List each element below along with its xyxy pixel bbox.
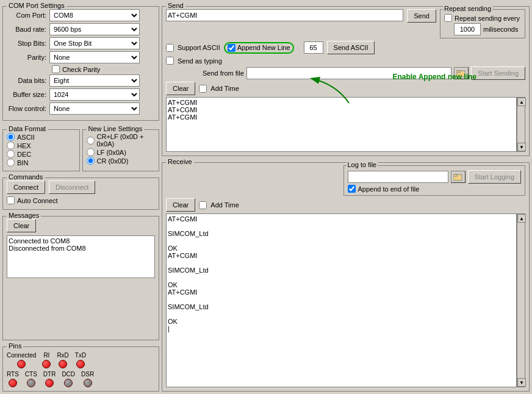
pin-dtr-led xyxy=(45,379,54,387)
recv-line10: OK xyxy=(168,281,515,288)
format-dec-radio[interactable] xyxy=(7,150,15,158)
pin-dtr: DTR xyxy=(43,371,56,387)
send-command-input[interactable] xyxy=(166,9,403,21)
baud-rate-select[interactable]: 9600 bps xyxy=(49,23,140,35)
newline-lf-row: LF (0x0A) xyxy=(87,148,156,156)
send-scroll-thumb[interactable] xyxy=(517,106,525,143)
recv-line4 xyxy=(168,237,515,245)
stop-bits-select[interactable]: One Stop Bit xyxy=(49,37,140,49)
pins-group: Pins Connected RI RxD TxD xyxy=(2,346,159,392)
parity-select[interactable]: None xyxy=(49,51,140,63)
log-file-browse-button[interactable] xyxy=(451,171,466,183)
newline-crlf-radio[interactable] xyxy=(87,137,95,145)
check-parity-label: Check Parity xyxy=(62,66,100,73)
send-file-browse-button[interactable] xyxy=(454,67,469,79)
receive-add-time-label: Add Time xyxy=(210,201,239,209)
receive-scrollbar[interactable]: ▲ ▼ xyxy=(517,213,525,387)
support-ascii-checkbox[interactable] xyxy=(166,44,174,52)
recv-line8: SIMCOM_Ltd xyxy=(168,267,515,274)
com-port-select[interactable]: COM8 xyxy=(49,9,140,21)
connect-button[interactable]: Connect xyxy=(7,181,45,194)
data-format-title: Data Format xyxy=(7,125,48,132)
format-bin-radio[interactable] xyxy=(7,159,15,167)
send-scroll-up[interactable]: ▲ xyxy=(517,98,526,106)
send-scrollbar[interactable]: ▲ ▼ xyxy=(517,97,525,152)
send-history-line2: AT+CGMI xyxy=(168,106,515,113)
pin-connected-label: Connected xyxy=(7,352,36,359)
left-panel: COM Port Settings Com Port: COM8 Baud ra… xyxy=(0,0,162,394)
pin-dcd-label: DCD xyxy=(62,371,75,378)
data-format-group: Data Format ASCII HEX DEC BIN xyxy=(2,129,80,171)
append-new-line-checkbox[interactable] xyxy=(228,44,235,52)
send-history-line3: AT+CGMI xyxy=(168,113,515,121)
pin-dsr-led xyxy=(84,379,92,387)
append-to-end-label: Append to end of file xyxy=(358,185,420,193)
newline-lf-radio[interactable] xyxy=(87,148,95,156)
receive-add-time-checkbox[interactable] xyxy=(199,201,207,209)
format-hex-radio[interactable] xyxy=(7,141,15,149)
newline-cr-row: CR (0x0D) xyxy=(87,157,156,165)
pin-ri-label: RI xyxy=(43,352,49,359)
send-clear-button[interactable]: Clear xyxy=(166,82,195,95)
check-parity-checkbox[interactable] xyxy=(52,65,60,73)
format-ascii-radio[interactable] xyxy=(7,133,15,141)
recv-line1: AT+CGMI xyxy=(168,215,515,223)
com-port-row: Com Port: COM8 xyxy=(7,9,155,21)
data-bits-row: Data bits: Eight xyxy=(7,74,155,87)
new-line-title: New Line Settings xyxy=(87,125,145,132)
pin-txd: TxD xyxy=(75,352,86,368)
buffer-size-row: Buffer size: 1024 xyxy=(7,88,155,101)
disconnect-button[interactable]: Disconnect xyxy=(49,181,95,194)
pin-rts: RTS xyxy=(7,371,19,387)
auto-connect-label: Auto Connect xyxy=(17,197,58,204)
send-scroll-down[interactable]: ▼ xyxy=(517,143,526,151)
append-to-end-checkbox[interactable] xyxy=(348,185,356,193)
repeat-ms-input[interactable] xyxy=(454,23,481,35)
format-ascii-row: ASCII xyxy=(7,133,76,141)
recv-line14 xyxy=(168,310,515,318)
send-clear-row: Clear Add Time xyxy=(166,82,525,95)
send-ascii-button[interactable]: Send ASCII xyxy=(327,41,375,54)
ascii-value-input[interactable] xyxy=(304,41,323,54)
flow-control-select[interactable]: None xyxy=(49,102,140,115)
send-title: Send xyxy=(166,2,185,9)
data-bits-label: Data bits: xyxy=(7,77,49,84)
buffer-size-select[interactable]: 1024 xyxy=(49,88,140,101)
start-logging-button[interactable]: Start Logging xyxy=(468,170,521,184)
new-line-settings-group: New Line Settings CR+LF (0x0D + 0x0A) LF… xyxy=(82,129,160,171)
send-as-typing-checkbox[interactable] xyxy=(166,57,174,65)
receive-clear-button[interactable]: Clear xyxy=(166,198,195,212)
messages-title: Messages xyxy=(7,212,41,219)
baud-rate-label: Baud rate: xyxy=(7,26,49,33)
auto-connect-checkbox[interactable] xyxy=(7,196,15,204)
recv-line9 xyxy=(168,274,515,281)
newline-crlf-label: CR+LF (0x0D + 0x0A) xyxy=(97,133,156,148)
receive-content-area: AT+CGMI SIMCOM_Ltd OK AT+CGMI SIMCOM_Ltd… xyxy=(166,213,525,387)
receive-scroll-up[interactable]: ▲ xyxy=(517,214,526,223)
repeat-sending-title: Repeat sending xyxy=(443,5,492,12)
pin-txd-label: TxD xyxy=(75,352,86,359)
repeat-sending-group: Repeat sending Repeat sending every mili… xyxy=(440,9,525,38)
format-bin-label: BIN xyxy=(17,159,28,167)
repeat-checkbox[interactable] xyxy=(444,14,452,22)
svg-rect-3 xyxy=(453,174,457,176)
start-sending-button[interactable]: Start Sending xyxy=(471,66,525,80)
newline-cr-radio[interactable] xyxy=(87,157,95,165)
messages-line2: Disconnected from COM8 xyxy=(9,245,153,252)
pin-rxd: RxD xyxy=(57,352,68,368)
data-bits-select[interactable]: Eight xyxy=(49,74,140,87)
receive-clear-row: Clear Add Time xyxy=(166,198,525,212)
receive-scroll-down[interactable]: ▼ xyxy=(517,378,526,387)
pin-connected: Connected xyxy=(7,352,36,368)
messages-clear-button[interactable]: Clear xyxy=(7,219,36,232)
receive-top-row: Log to file Start Logging A xyxy=(166,165,525,196)
pin-cts-label: CTS xyxy=(25,371,37,378)
log-file-input[interactable] xyxy=(348,171,448,183)
right-panel: Send Send Repeat sending Repeat sending … xyxy=(162,0,532,394)
send-add-time-checkbox[interactable] xyxy=(199,85,207,93)
send-button[interactable]: Send xyxy=(407,9,436,23)
stop-bits-label: Stop Bits: xyxy=(7,40,49,47)
send-file-input[interactable] xyxy=(246,67,451,79)
receive-scroll-thumb[interactable] xyxy=(517,223,525,378)
pin-rxd-led xyxy=(59,360,67,368)
